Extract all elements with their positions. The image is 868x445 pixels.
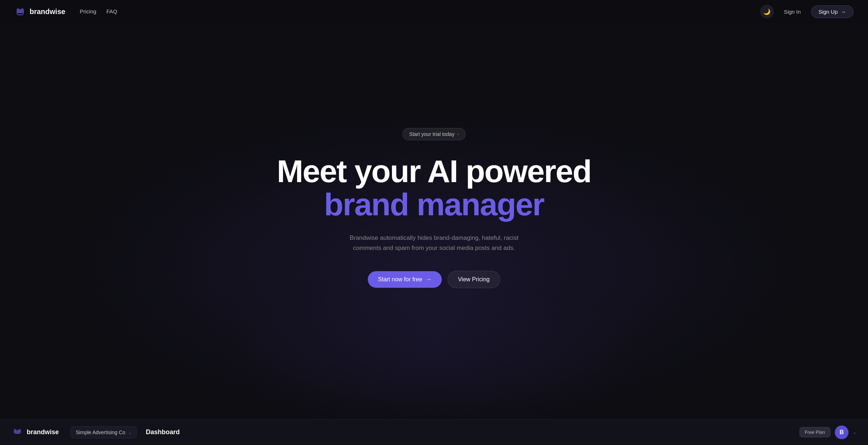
nav-item-faq[interactable]: FAQ [106, 8, 117, 15]
nav-right: 🌙 Sign In Sign Up → [760, 5, 854, 18]
sign-in-button[interactable]: Sign In [780, 6, 805, 18]
hero-title-line2: brand manager [277, 188, 591, 221]
trial-badge-label: Start your trial today [409, 131, 454, 137]
account-name: Simple Advertising Co [76, 429, 125, 435]
nav-pricing-link[interactable]: Pricing [80, 8, 96, 14]
moon-icon: 🌙 [763, 8, 771, 15]
dashboard-right: Free Plan B ⌄ [799, 426, 856, 439]
free-plan-badge: Free Plan [799, 427, 830, 437]
chevron-right-icon: › [457, 132, 459, 137]
hero-subtitle: Brandwise automatically hides brand-dama… [344, 233, 524, 254]
hero-title-line1: Meet your AI powered [277, 155, 591, 188]
hero-title: Meet your AI powered brand manager [277, 155, 591, 233]
theme-toggle-button[interactable]: 🌙 [760, 5, 774, 18]
svg-point-3 [18, 10, 19, 12]
trial-badge-button[interactable]: Start your trial today › [402, 128, 466, 140]
dashboard-title: Dashboard [146, 428, 180, 436]
nav-links: Pricing FAQ [80, 8, 117, 15]
view-pricing-button[interactable]: View Pricing [448, 271, 500, 288]
sign-up-button[interactable]: Sign Up → [811, 5, 854, 18]
logo-link[interactable]: brandwise [14, 6, 65, 17]
nav-left: brandwise Pricing FAQ [14, 6, 117, 17]
nav-item-pricing[interactable]: Pricing [80, 8, 96, 15]
chevron-down-icon: ⌄ [128, 430, 132, 435]
svg-point-7 [15, 431, 16, 432]
avatar-chevron-icon[interactable]: ⌄ [853, 430, 856, 435]
start-now-button[interactable]: Start now for free → [368, 271, 442, 288]
svg-point-8 [18, 431, 19, 432]
dashboard-logo: brandwise [12, 427, 59, 438]
dashboard-logo-icon [12, 427, 23, 438]
account-selector[interactable]: Simple Advertising Co ⌄ [70, 426, 137, 439]
arrow-right-icon: → [841, 9, 846, 15]
start-now-label: Start now for free [378, 276, 422, 283]
logo-text: brandwise [30, 8, 65, 16]
dashboard-logo-text: brandwise [27, 428, 59, 436]
user-avatar[interactable]: B [835, 426, 849, 439]
main-nav: brandwise Pricing FAQ 🌙 Sign In Sign Up … [0, 0, 868, 23]
dashboard-bar: brandwise Simple Advertising Co ⌄ Dashbo… [0, 419, 868, 445]
nav-faq-link[interactable]: FAQ [106, 8, 117, 14]
arrow-icon: → [426, 276, 432, 283]
hero-section: Start your trial today › Meet your AI po… [0, 0, 868, 445]
sign-up-label: Sign Up [819, 9, 838, 15]
svg-point-4 [21, 10, 22, 12]
logo-icon [14, 6, 26, 17]
hero-buttons: Start now for free → View Pricing [368, 271, 500, 288]
